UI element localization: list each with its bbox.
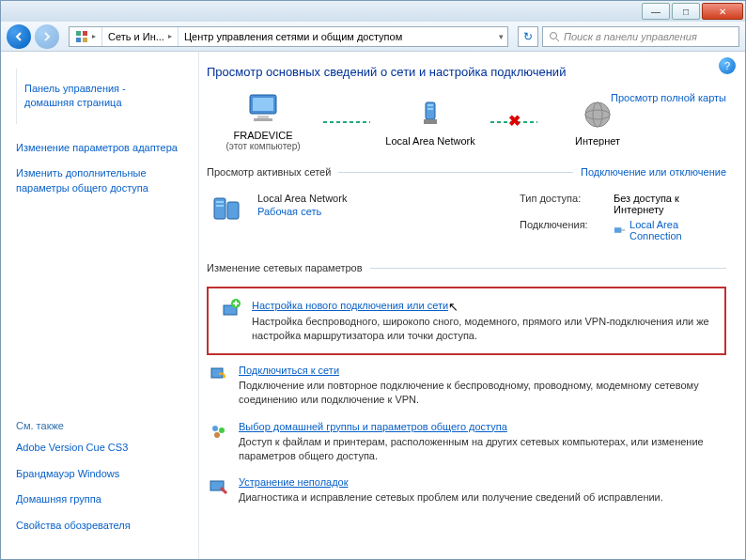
x-icon: ✖: [508, 112, 521, 130]
refresh-button[interactable]: ↻: [518, 26, 538, 47]
content: Панель управления - домашняя страница Из…: [1, 52, 745, 559]
connect-network-desc: Подключение или повторное подключение к …: [239, 379, 726, 408]
access-type-label: Тип доступа:: [520, 193, 604, 215]
homegroup-desc: Доступ к файлам и принтерам, расположенн…: [239, 435, 726, 464]
see-also-firewall[interactable]: Брандмауэр Windows: [16, 467, 185, 481]
homegroup-link[interactable]: Выбор домашней группы и параметров общег…: [239, 421, 726, 432]
troubleshoot-icon: [207, 476, 229, 505]
globe-icon: [579, 98, 616, 132]
sidebar: Панель управления - домашняя страница Из…: [1, 52, 198, 559]
svg-line-5: [556, 39, 559, 41]
svg-rect-13: [424, 119, 437, 124]
map-internet-label: Интернет: [541, 135, 654, 147]
connect-disconnect-link[interactable]: Подключение или отключение: [581, 166, 726, 178]
search-placeholder: Поиск в панели управления: [564, 31, 697, 42]
network-type-link[interactable]: Рабочая сеть: [257, 206, 510, 217]
see-also: См. также Adobe Version Cue CS3 Брандмау…: [16, 420, 185, 544]
connection-link[interactable]: Local Area Connection: [614, 219, 726, 241]
svg-rect-0: [76, 31, 81, 36]
dropdown-icon[interactable]: ▾: [495, 32, 507, 41]
cursor-icon: ↖: [448, 300, 458, 314]
network-type-icon: [207, 193, 248, 230]
svg-rect-19: [216, 201, 224, 203]
breadcrumb-text: Центр управления сетями и общим доступом: [184, 31, 402, 42]
minimize-button[interactable]: —: [642, 3, 670, 20]
homegroup-icon: [207, 421, 229, 464]
divider: [370, 268, 726, 269]
breadcrumb-text: Сеть и Ин...: [108, 31, 164, 42]
main-panel: ? Просмотр основных сведений о сети и на…: [198, 52, 745, 559]
control-panel-icon[interactable]: ▸: [70, 27, 102, 46]
address-bar[interactable]: ▸ Сеть и Ин... ▸ Центр управления сетями…: [69, 26, 508, 47]
new-connection-icon: [220, 298, 242, 344]
connections-label: Подключения:: [520, 219, 604, 241]
svg-rect-3: [83, 38, 87, 42]
map-computer-sub: (этот компьютер): [207, 141, 319, 151]
breadcrumb-network[interactable]: Сеть и Ин... ▸: [102, 27, 179, 46]
troubleshoot-desc: Диагностика и исправление сетевых пробле…: [239, 490, 663, 505]
network-icon: [412, 98, 449, 132]
map-network-label: Local Area Network: [374, 135, 487, 147]
network-map: FRADEVICE (этот компьютер) Local Area Ne…: [207, 92, 726, 151]
control-panel-window: — □ ✕ ▸ Сеть и Ин... ▸ Центр управления …: [0, 0, 746, 560]
connection-name: Local Area Network: [257, 193, 510, 204]
access-type-value: Без доступа к Интернету: [614, 193, 726, 215]
map-computer: FRADEVICE (этот компьютер): [207, 92, 319, 151]
highlighted-action: Настройка нового подключения или сети↖ Н…: [207, 287, 726, 355]
svg-rect-12: [427, 108, 433, 110]
svg-rect-21: [614, 227, 621, 233]
back-button[interactable]: [7, 24, 31, 49]
svg-point-14: [585, 102, 610, 127]
divider: [338, 172, 573, 173]
close-button[interactable]: ✕: [702, 3, 743, 20]
svg-rect-18: [227, 202, 239, 219]
svg-rect-20: [216, 205, 224, 207]
connect-network-link[interactable]: Подключиться к сети: [239, 365, 726, 376]
breadcrumb-current[interactable]: Центр управления сетями и общим доступом: [179, 27, 408, 46]
svg-rect-7: [253, 98, 273, 111]
map-broken-line: ✖: [490, 121, 537, 123]
svg-point-4: [551, 32, 557, 39]
svg-rect-2: [76, 38, 81, 42]
sidebar-adapter-link[interactable]: Изменение параметров адаптера: [16, 141, 183, 155]
svg-rect-8: [257, 116, 269, 118]
forward-button[interactable]: [35, 24, 59, 49]
map-computer-label: FRADEVICE: [207, 130, 319, 141]
titlebar: — □ ✕: [1, 1, 745, 22]
svg-point-29: [219, 428, 225, 433]
map-connection-line: [323, 121, 370, 123]
change-settings-header: Изменение сетевых параметров: [207, 262, 363, 275]
svg-rect-9: [254, 118, 272, 121]
map-network: Local Area Network: [374, 98, 487, 147]
active-connection: Local Area Network Рабочая сеть Тип дост…: [207, 185, 726, 255]
see-also-ie[interactable]: Свойства обозревателя: [16, 519, 185, 533]
sidebar-home-link[interactable]: Панель управления - домашняя страница: [16, 69, 183, 124]
see-also-homegroup[interactable]: Домашняя группа: [16, 492, 185, 506]
active-networks-header: Просмотр активных сетей: [207, 166, 331, 179]
connect-icon: [207, 365, 229, 408]
see-also-header: См. также: [16, 420, 185, 431]
svg-point-30: [214, 432, 220, 438]
computer-icon: [244, 92, 282, 126]
adapter-icon: [614, 225, 626, 236]
page-title: Просмотр основных сведений о сети и наст…: [207, 65, 726, 79]
svg-point-28: [212, 426, 218, 431]
new-connection-link[interactable]: Настройка нового подключения или сети↖: [252, 298, 713, 312]
see-also-adobe[interactable]: Adobe Version Cue CS3: [16, 441, 185, 455]
help-button[interactable]: ?: [719, 57, 736, 74]
sidebar-sharing-link[interactable]: Изменить дополнительные параметры общего…: [16, 166, 183, 195]
navbar: ▸ Сеть и Ин... ▸ Центр управления сетями…: [1, 22, 745, 52]
svg-rect-11: [427, 104, 433, 106]
svg-rect-1: [83, 31, 87, 36]
search-input[interactable]: Поиск в панели управления: [542, 26, 739, 47]
map-internet: Интернет: [541, 98, 654, 147]
troubleshoot-link[interactable]: Устранение неполадок: [239, 476, 663, 488]
new-connection-desc: Настройка беспроводного, широкопо сного,…: [252, 315, 713, 344]
maximize-button[interactable]: □: [672, 3, 700, 20]
